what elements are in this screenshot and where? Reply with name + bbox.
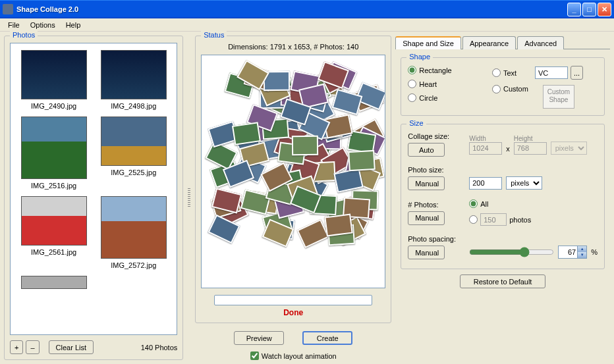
close-button[interactable]: ✕ xyxy=(598,3,611,16)
create-button[interactable]: Create xyxy=(302,331,352,345)
photo-filename: IMG_2516.jpg xyxy=(17,182,90,190)
window-title: Shape Collage 2.0 xyxy=(16,5,566,13)
title-bar: Shape Collage 2.0 _ □ ✕ xyxy=(0,0,614,18)
collage-units-select[interactable]: pixels xyxy=(551,142,587,155)
num-photos-value-radio[interactable] xyxy=(469,215,478,224)
tab-appearance[interactable]: Appearance xyxy=(462,36,516,49)
clear-list-button[interactable]: Clear List xyxy=(49,340,94,354)
photos-legend: Photos xyxy=(10,31,38,39)
photo-item[interactable]: IMG_2516.jpg xyxy=(17,117,90,190)
photo-units-select[interactable]: pixels xyxy=(506,176,542,190)
x-label: x xyxy=(506,145,510,155)
shape-heart-radio[interactable] xyxy=(408,80,416,88)
photo-size-manual-button[interactable]: Manual xyxy=(408,176,445,190)
shape-group: Shape Rectangle Heart Circle Text ... xyxy=(401,57,605,116)
spin-down-icon[interactable]: ▼ xyxy=(577,252,586,258)
progress-bar xyxy=(214,295,372,305)
num-photos-input[interactable] xyxy=(480,213,507,226)
size-legend: Size xyxy=(406,119,426,127)
collage-width-input[interactable] xyxy=(469,142,502,155)
photo-item[interactable]: IMG_2572.jpg xyxy=(97,196,170,269)
photo-thumbnail xyxy=(21,117,87,179)
photo-filename: IMG_2561.jpg xyxy=(17,248,90,256)
photo-count: 140 Photos xyxy=(141,344,178,351)
preview-button[interactable]: Preview xyxy=(234,331,284,345)
shape-circle-label: Circle xyxy=(419,94,437,102)
add-photo-button[interactable]: + xyxy=(10,340,23,354)
shape-custom-radio[interactable] xyxy=(492,85,501,93)
shape-circle-radio[interactable] xyxy=(408,93,416,102)
size-group: Size Collage size: Auto Width x Height p… xyxy=(401,124,605,269)
shape-rectangle-radio[interactable] xyxy=(408,66,416,74)
spacing-slider[interactable] xyxy=(469,247,554,257)
dimensions-text: Dimensions: 1791 x 1653, # Photos: 140 xyxy=(201,43,385,51)
photo-item[interactable]: IMG_2525.jpg xyxy=(97,117,170,190)
photo-thumbnail xyxy=(101,196,167,259)
photo-size-input[interactable] xyxy=(469,177,502,190)
watch-animation-label: Watch layout animation xyxy=(262,352,337,360)
menu-help[interactable]: Help xyxy=(61,20,86,30)
collage-size-label: Collage size: xyxy=(408,132,464,140)
photo-item[interactable]: IMG_2561.jpg xyxy=(17,196,90,269)
menu-bar: File Options Help xyxy=(0,18,614,32)
photo-thumbnail xyxy=(21,50,87,99)
app-icon xyxy=(3,4,13,14)
restore-default-button[interactable]: Restore to Default xyxy=(460,274,546,288)
photo-filename: IMG_2490.jpg xyxy=(17,102,90,110)
shape-text-browse-button[interactable]: ... xyxy=(571,66,583,80)
status-group: Status Dimensions: 1791 x 1653, # Photos… xyxy=(195,36,391,323)
photo-item[interactable]: IMG_2498.jpg xyxy=(97,50,170,110)
tabs: Shape and Size Appearance Advanced xyxy=(395,36,610,49)
photo-filename: IMG_2525.jpg xyxy=(97,169,170,176)
shape-rectangle-label: Rectangle xyxy=(419,66,452,74)
splitter[interactable] xyxy=(187,36,191,360)
num-photos-all-radio[interactable] xyxy=(469,199,478,208)
percent-label: % xyxy=(591,248,598,256)
menu-options[interactable]: Options xyxy=(25,20,61,30)
custom-shape-box[interactable]: Custom Shape xyxy=(543,85,574,109)
photo-thumbnail xyxy=(21,276,87,289)
shape-text-input[interactable] xyxy=(535,66,568,79)
width-label: Width xyxy=(469,135,502,142)
spacing-label: Photo spacing: xyxy=(408,235,464,243)
photo-thumbnail xyxy=(101,50,167,99)
watch-animation-checkbox[interactable] xyxy=(250,351,259,360)
photo-filename: IMG_2498.jpg xyxy=(97,102,170,110)
shape-heart-label: Heart xyxy=(419,80,437,88)
photo-filename: IMG_2572.jpg xyxy=(97,261,170,269)
photo-item[interactable]: IMG_2490.jpg xyxy=(17,50,90,110)
tab-shape-and-size[interactable]: Shape and Size xyxy=(395,36,461,49)
collage-preview xyxy=(201,55,385,288)
menu-file[interactable]: File xyxy=(3,20,25,30)
collage-height-input[interactable] xyxy=(514,142,547,155)
num-photos-label: # Photos: xyxy=(408,201,464,209)
num-photos-manual-button[interactable]: Manual xyxy=(408,211,445,225)
tab-advanced[interactable]: Advanced xyxy=(517,36,564,49)
spin-up-icon[interactable]: ▲ xyxy=(577,246,586,252)
status-legend: Status xyxy=(201,31,227,39)
shape-legend: Shape xyxy=(406,53,433,61)
photo-item[interactable] xyxy=(17,276,90,292)
spacing-manual-button[interactable]: Manual xyxy=(408,246,445,259)
photos-group: Photos IMG_2490.jpg IMG_2498.jpg IMG_251… xyxy=(4,36,183,360)
spacing-spinner[interactable]: ▲▼ xyxy=(558,246,587,259)
done-text: Done xyxy=(201,308,385,317)
height-label: Height xyxy=(514,135,547,142)
photo-thumbnail xyxy=(101,117,167,166)
shape-custom-label: Custom xyxy=(503,85,528,93)
minimize-button[interactable]: _ xyxy=(567,3,581,16)
num-photos-word: photos xyxy=(509,216,531,224)
spacing-input[interactable] xyxy=(559,246,577,258)
remove-photo-button[interactable]: – xyxy=(26,340,39,354)
photos-list[interactable]: IMG_2490.jpg IMG_2498.jpg IMG_2516.jpg I… xyxy=(10,43,177,335)
collage-size-auto-button[interactable]: Auto xyxy=(408,143,445,157)
shape-text-label: Text xyxy=(503,69,532,77)
shape-text-radio[interactable] xyxy=(492,68,501,77)
num-photos-all-label: All xyxy=(480,200,488,208)
maximize-button[interactable]: □ xyxy=(582,3,596,16)
photo-size-label: Photo size: xyxy=(408,166,464,174)
photo-thumbnail xyxy=(21,196,87,246)
